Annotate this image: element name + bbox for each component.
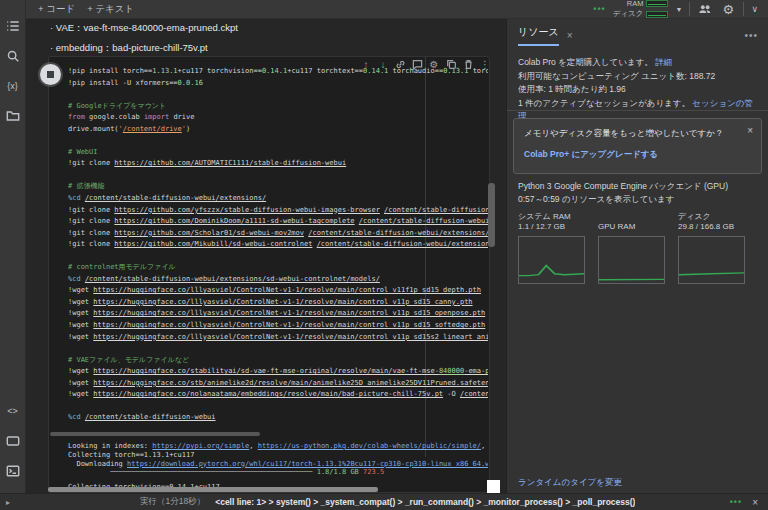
- add-code-button[interactable]: + コード: [38, 3, 75, 16]
- code-line: !pip install -U xformers==0.0.16: [68, 78, 488, 90]
- code-token: !pip install torch==: [68, 67, 152, 75]
- code-link[interactable]: /content/stable-diffusion-webui/extensio…: [85, 194, 266, 202]
- code-line: !wget https://huggingface.co/stabilityai…: [68, 366, 488, 378]
- subscription-text: Colab Pro を定期購入しています。 詳細: [518, 56, 758, 70]
- code-token: # controlnet用モデルファイル: [68, 263, 176, 271]
- code-line: Looking in indexes: https://pypi.org/sim…: [68, 442, 488, 451]
- settings-gear-icon[interactable]: ⚙: [720, 1, 736, 17]
- close-footer-icon[interactable]: ×: [752, 497, 758, 508]
- table-of-contents-icon[interactable]: [5, 18, 21, 34]
- code-link[interactable]: https://github.com/AUTOMATIC1111/stable-…: [114, 159, 346, 167]
- more-actions-icon[interactable]: ⋮: [479, 58, 491, 70]
- code-token: !wget: [68, 309, 93, 317]
- code-line: !wget https://huggingface.co/nolanaatama…: [68, 389, 488, 401]
- code-link[interactable]: https://download.pytorch.org/whl/cu117/t…: [127, 460, 488, 468]
- code-link[interactable]: https://huggingface.co/lllyasviel/Contro…: [93, 298, 472, 306]
- code-line: [68, 343, 488, 355]
- code-link[interactable]: https://huggingface.co/lllyasviel/Contro…: [93, 333, 488, 341]
- command-palette-icon[interactable]: [5, 433, 21, 449]
- code-editor[interactable]: !pip install torch==1.13.1+cu117 torchvi…: [68, 66, 488, 428]
- disk-graph: ディスク 29.8 / 166.8 GB: [678, 211, 745, 284]
- code-link[interactable]: /content/stable-diffusion-webui/extensio…: [85, 275, 380, 283]
- code-link[interactable]: 840000: [439, 367, 464, 375]
- code-link[interactable]: https://us-python.pkg.dev/colab-wheels/p…: [258, 442, 481, 450]
- disk-value: 29.8 / 166.8 GB: [678, 222, 745, 234]
- code-token: # WebUI: [68, 148, 98, 156]
- code-line: # 拡張機能: [68, 181, 488, 193]
- code-line: [68, 401, 488, 413]
- code-link[interactable]: https://huggingface.co/lllyasviel/Contro…: [93, 309, 485, 317]
- code-link[interactable]: /content/stable-diffusion-webui: [85, 413, 216, 421]
- cell-settings-gear-icon[interactable]: ⚙: [428, 58, 440, 70]
- panel-menu-dots-icon[interactable]: •••: [744, 30, 758, 41]
- code-link[interactable]: https://github.com/Mikubill/sd-webui-con…: [114, 240, 312, 248]
- tab-resources[interactable]: リソース: [518, 25, 559, 46]
- editor-horizontal-scrollbar[interactable]: [50, 432, 260, 436]
- code-link[interactable]: -ema-pr: [464, 367, 488, 375]
- share-users-icon[interactable]: [697, 1, 713, 17]
- code-link[interactable]: https://github.com/Scholar01/sd-webui-mo…: [114, 229, 304, 237]
- code-token: ────────────────────────────────────────…: [110, 468, 312, 476]
- expand-footer-icon[interactable]: ▸: [6, 498, 10, 507]
- files-icon[interactable]: [5, 108, 21, 124]
- search-icon[interactable]: [5, 48, 21, 64]
- dismiss-card-icon[interactable]: ×: [747, 125, 753, 136]
- upgrade-pro-plus-link[interactable]: Colab Pro+ にアップグレードする: [524, 149, 751, 161]
- link-to-cell-icon[interactable]: [394, 58, 406, 70]
- code-token: # VAEファイル、モデルファイルなど: [68, 356, 189, 364]
- code-token: Looking in indexes:: [68, 442, 152, 450]
- code-link[interactable]: https://huggingface.co/lllyasviel/Contro…: [93, 321, 485, 329]
- delete-cell-icon[interactable]: [462, 58, 474, 70]
- code-line: # controlnet用モデルファイル: [68, 262, 488, 274]
- code-link[interactable]: /content/stable-diffusion-: [384, 206, 488, 214]
- code-line: [68, 170, 488, 182]
- resource-dropdown-caret[interactable]: ▼: [675, 6, 682, 13]
- code-token: ,: [249, 442, 257, 450]
- details-link[interactable]: 詳細: [655, 57, 672, 67]
- move-cell-down-icon[interactable]: ↓: [377, 58, 389, 70]
- comment-icon[interactable]: [411, 58, 423, 70]
- code-link[interactable]: https://github.com/DominikDoom/a1111-sd-…: [114, 217, 354, 225]
- system-ram-graph: システム RAM 1.1 / 12.7 GB: [518, 211, 585, 284]
- markdown-line-embedding: · embedding：bad-picture-chill-75v.pt: [50, 42, 208, 55]
- code-link[interactable]: https://huggingface.co/lllyasviel/Contro…: [93, 286, 481, 294]
- mirror-cell-icon[interactable]: [445, 58, 457, 70]
- change-runtime-type-link[interactable]: ランタイムのタイプを変更: [518, 477, 622, 489]
- code-link[interactable]: https://pypi.org/simple: [152, 442, 249, 450]
- code-token: drive.mount(: [68, 125, 119, 133]
- notebook-toolbar: + コード + テキスト ••• RAM ディスク ▼ ⚙ ∨: [26, 0, 768, 19]
- move-cell-up-icon[interactable]: ↑: [360, 58, 372, 70]
- code-link[interactable]: /content/drive: [123, 125, 182, 133]
- code-line: drive.mount('/content/drive'): [68, 124, 488, 136]
- code-link[interactable]: /content/stable-diffusion-webui/extensio…: [308, 229, 488, 237]
- code-line: ────────────────────────────────────────…: [68, 468, 488, 477]
- disk-sparkline: [646, 11, 668, 18]
- code-link[interactable]: https://github.com/yfszzx/stable-diffusi…: [114, 206, 380, 214]
- backend-info: Python 3 Google Compute Engine バックエンド (G…: [518, 180, 728, 206]
- code-link[interactable]: https://huggingface.co/stb/animelike2d/r…: [93, 379, 488, 387]
- code-link[interactable]: /content/stable-diffusion-webui/: [359, 217, 488, 225]
- system-ram-label: システム RAM: [518, 211, 585, 222]
- code-snippets-icon[interactable]: <>: [5, 403, 21, 419]
- resource-usage-widget[interactable]: RAM ディスク: [613, 0, 669, 19]
- notebook-vertical-scrollbar[interactable]: [488, 183, 495, 247]
- code-link[interactable]: /content/stable-diffusion-webui/extensio…: [317, 240, 488, 248]
- code-line: [68, 135, 488, 147]
- notebook-horizontal-scrollbar[interactable]: [48, 487, 378, 492]
- code-line: !wget https://huggingface.co/lllyasviel/…: [68, 308, 488, 320]
- resource-range-text: 0:57～0:59 のリソースを表示しています: [518, 193, 728, 206]
- variables-icon[interactable]: {x}: [5, 78, 21, 94]
- code-line: Collecting torch==1.13.1+cu117: [68, 451, 488, 460]
- cell-running-stop-button[interactable]: [40, 64, 61, 85]
- code-link[interactable]: https://huggingface.co/nolanaatama/embed…: [93, 390, 443, 398]
- code-link[interactable]: https://huggingface.co/stabilityai/sd-va…: [93, 367, 439, 375]
- terminal-icon[interactable]: [5, 463, 21, 479]
- code-link[interactable]: /content: [460, 390, 488, 398]
- code-token: %cd: [68, 275, 81, 283]
- add-text-button[interactable]: + テキスト: [87, 3, 134, 16]
- close-panel-icon[interactable]: ×: [567, 30, 573, 41]
- markdown-line-vae: · VAE：vae-ft-mse-840000-ema-pruned.ckpt: [50, 22, 238, 35]
- collapse-header-chevron-icon[interactable]: ∨: [751, 4, 758, 14]
- code-token: 1.13.1: [152, 67, 177, 75]
- cell-output: Looking in indexes: https://pypi.org/sim…: [68, 442, 488, 492]
